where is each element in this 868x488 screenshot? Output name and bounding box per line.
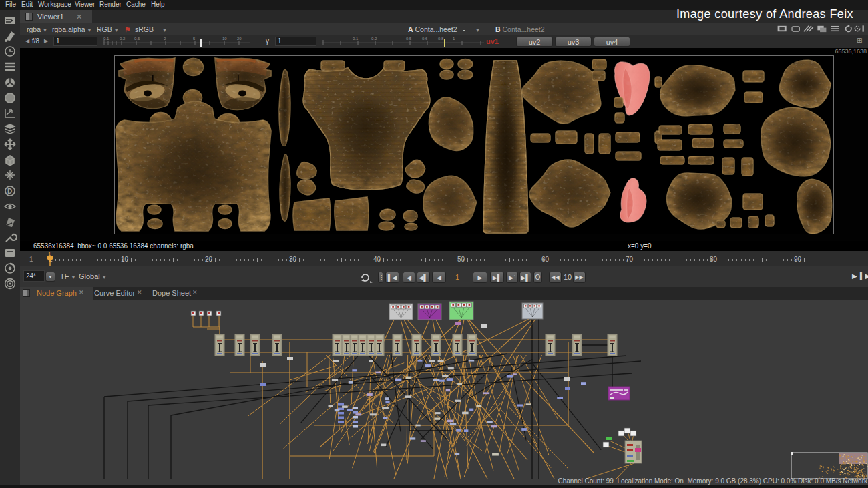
- svg-text:0.2: 0.2: [371, 37, 377, 41]
- svg-text:0.1: 0.1: [353, 37, 359, 41]
- svg-text:0.5: 0.5: [406, 37, 412, 41]
- svg-text:2: 2: [164, 37, 166, 41]
- svg-text:0.2: 0.2: [120, 37, 126, 41]
- svg-text:0.5: 0.5: [134, 37, 140, 41]
- svg-text:0.1: 0.1: [103, 37, 110, 41]
- svg-text:D: D: [7, 188, 12, 195]
- svg-text:20: 20: [237, 37, 242, 41]
- svg-text:0.6: 0.6: [422, 37, 428, 41]
- svg-text:5: 5: [193, 37, 196, 41]
- svg-text:0.8: 0.8: [438, 37, 444, 41]
- svg-text:1: 1: [48, 251, 51, 257]
- svg-text:1: 1: [453, 37, 455, 41]
- svg-text:10: 10: [222, 37, 227, 41]
